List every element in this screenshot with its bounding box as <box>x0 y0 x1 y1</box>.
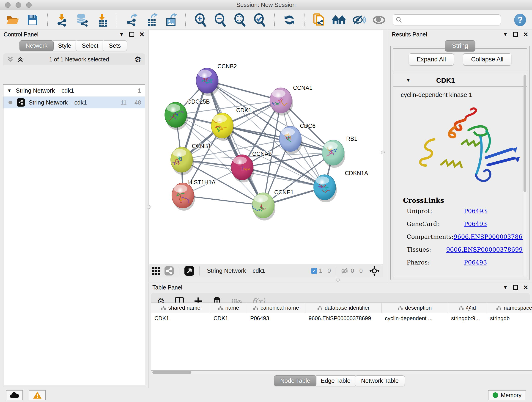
collapse-all-button[interactable]: Collapse All <box>463 53 511 65</box>
table-cell[interactable]: CDK1 <box>210 313 247 324</box>
show-hidden-button[interactable] <box>373 13 386 27</box>
crosslink-link[interactable]: 9606.ENSP00000378699 <box>446 246 523 253</box>
collection-disclosure-icon[interactable]: ▼ <box>7 88 12 93</box>
table-cell[interactable]: CDK1 <box>151 313 210 324</box>
search-input[interactable] <box>404 17 498 23</box>
panel-close-icon[interactable]: ✕ <box>523 31 528 38</box>
results-scrollbar[interactable] <box>524 75 526 277</box>
gene-disclosure-icon[interactable]: ▼ <box>406 78 411 83</box>
tab-string[interactable]: String <box>445 40 475 51</box>
table-cell[interactable]: stringdb <box>487 313 532 324</box>
import-network-database-button[interactable] <box>75 13 89 27</box>
panel-float-icon[interactable] <box>513 32 518 37</box>
save-session-button[interactable] <box>26 13 39 27</box>
zoom-out-button[interactable] <box>214 13 227 27</box>
minimize-window-icon[interactable] <box>16 2 21 8</box>
tab-style[interactable]: Style <box>52 40 77 51</box>
panel-float-icon[interactable] <box>513 285 518 290</box>
collapse-all-chevron-icon[interactable] <box>7 56 14 63</box>
crosslink-link[interactable]: P06493 <box>464 220 487 227</box>
column-header-description[interactable]: description <box>382 303 448 313</box>
network-options-gear-icon[interactable]: ⚙ <box>134 56 141 63</box>
panel-float-icon[interactable] <box>129 32 134 37</box>
network-node-CCNB2[interactable] <box>196 68 219 96</box>
table-cell[interactable]: cyclin-dependent ... <box>382 313 448 324</box>
crosslink-link[interactable]: 9606.ENSP00000378699 <box>454 233 523 240</box>
zoom-window-icon[interactable] <box>26 2 32 8</box>
table-horizontal-scrollbar[interactable] <box>151 370 532 374</box>
panel-collapse-icon[interactable]: ▼ <box>503 284 508 290</box>
horizontal-splitter-handle[interactable] <box>336 278 340 282</box>
column-header-@id[interactable]: @id <box>448 303 487 313</box>
fit-pan-crosshair-icon[interactable] <box>369 266 380 276</box>
right-splitter-handle[interactable] <box>381 151 385 154</box>
tab-network[interactable]: Network <box>19 40 54 51</box>
table-cell[interactable]: 9606.ENSP00000378699 <box>305 313 382 324</box>
network-collection-row[interactable]: ▼ String Network – cdk1 1 <box>3 85 145 96</box>
table-row[interactable]: CDK1CDK1P064939606.ENSP00000378699cyclin… <box>151 313 532 324</box>
export-image-button[interactable] <box>165 13 177 27</box>
column-header-name[interactable]: name <box>210 303 247 313</box>
expand-all-button[interactable]: Expand All <box>409 53 454 65</box>
network-canvas[interactable]: CCNB2CCNA1CDC25BCDK1CDC6RB1CCNB1CCNA2CDK… <box>149 30 383 264</box>
tab-sets[interactable]: Sets <box>103 40 127 51</box>
results-scrollbar-thumb[interactable] <box>524 75 526 192</box>
help-button[interactable]: ? <box>514 14 526 26</box>
column-header-namespace[interactable]: namespace <box>487 303 532 313</box>
network-from-clipboard-button[interactable] <box>313 13 326 27</box>
tab-select[interactable]: Select <box>76 40 104 51</box>
tab-node-table[interactable]: Node Table <box>274 375 317 386</box>
network-mode-icon[interactable] <box>164 266 174 276</box>
zoom-selected-button[interactable] <box>253 13 266 27</box>
refresh-view-button[interactable] <box>283 13 296 27</box>
show-all-networks-button[interactable] <box>332 13 346 27</box>
import-table-file-button[interactable] <box>95 13 108 27</box>
open-session-button[interactable] <box>6 13 19 27</box>
column-header-canonical-name[interactable]: canonical name <box>247 303 305 313</box>
warnings-button[interactable] <box>29 390 46 400</box>
expand-all-chevron-icon[interactable] <box>17 56 24 63</box>
network-row[interactable]: String Network – cdk1 11 48 <box>3 96 145 108</box>
panel-collapse-icon[interactable]: ▼ <box>503 32 508 37</box>
network-node-CDKN1A[interactable] <box>314 175 337 202</box>
export-table-button[interactable] <box>145 13 158 27</box>
panel-close-icon[interactable]: ✕ <box>139 31 145 38</box>
network-node-CDK1[interactable] <box>211 113 234 141</box>
panel-collapse-icon[interactable]: ▼ <box>119 32 124 37</box>
selected-checkbox-icon[interactable]: ✓ <box>311 268 317 274</box>
hidden-count-badge[interactable]: 0 - 0 <box>341 267 363 274</box>
zoom-in-button[interactable] <box>194 13 207 27</box>
table-cell[interactable]: P06493 <box>247 313 305 324</box>
selected-count-badge[interactable]: ✓ 1 - 0 <box>311 267 331 274</box>
traffic-lights[interactable] <box>5 2 32 8</box>
export-network-button[interactable] <box>125 13 138 27</box>
tab-edge-table[interactable]: Edge Table <box>315 375 357 386</box>
tab-network-table[interactable]: Network Table <box>355 375 405 386</box>
memory-button[interactable]: Memory <box>488 390 526 400</box>
table-scrollbar-thumb[interactable] <box>152 371 191 374</box>
network-node-CCNA1[interactable] <box>270 88 293 115</box>
network-node-CDC6[interactable] <box>279 126 302 154</box>
gene-section-header[interactable]: ▼ CDK1 <box>393 74 527 87</box>
network-node-RB1[interactable] <box>322 140 345 168</box>
grid-mode-icon[interactable] <box>152 266 161 275</box>
results-panel: Results Panel ▼ ✕ String Expand All Coll… <box>388 30 532 283</box>
table-cell[interactable]: stringdb:9... <box>448 313 487 324</box>
panel-close-icon[interactable]: ✕ <box>523 284 528 291</box>
column-header-database-identifier[interactable]: database identifier <box>305 303 382 313</box>
search-box[interactable] <box>393 14 501 26</box>
network-node-HIST1H1A[interactable] <box>172 183 195 211</box>
hide-selected-button[interactable] <box>352 13 366 27</box>
network-node-CDC25B[interactable] <box>165 102 188 130</box>
crosslink-link[interactable]: P06493 <box>464 208 487 215</box>
crosslink-link[interactable]: P06493 <box>464 259 487 266</box>
network-node-CCNA2[interactable] <box>231 155 254 182</box>
left-splitter-handle[interactable] <box>147 205 151 209</box>
network-node-CCNE1[interactable] <box>252 193 275 220</box>
column-header-shared-name[interactable]: shared name <box>151 303 210 313</box>
zoom-fit-button[interactable] <box>234 13 246 27</box>
cloud-status-button[interactable] <box>6 390 23 400</box>
close-window-icon[interactable] <box>5 2 11 8</box>
import-network-file-button[interactable] <box>56 13 69 27</box>
birdseye-view-icon[interactable] <box>184 266 194 276</box>
